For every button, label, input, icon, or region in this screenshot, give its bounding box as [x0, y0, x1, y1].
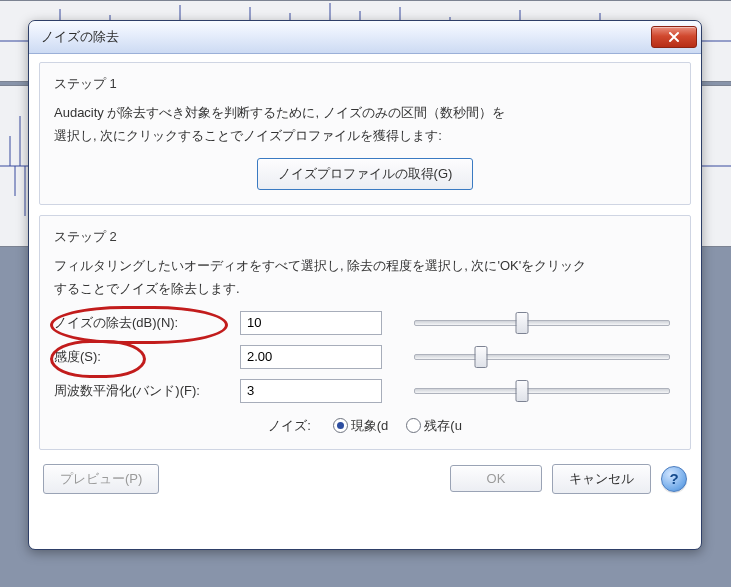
noise-removal-dialog: ノイズの除去 ステップ 1 Audacity が除去すべき対象を判断するために,… [28, 20, 702, 550]
step2-description: フィルタリングしたいオーディオをすべて選択し, 除去の程度を選択し, 次に'OK… [54, 254, 676, 301]
get-noise-profile-button[interactable]: ノイズプロファイルの取得(G) [257, 158, 474, 190]
radio-dot-icon [406, 418, 421, 433]
titlebar: ノイズの除去 [29, 21, 701, 54]
noise-removal-slider[interactable] [414, 312, 670, 334]
noise-mode-label: ノイズ: [268, 417, 311, 435]
noise-removal-input[interactable] [240, 311, 382, 335]
param-noise-removal-row: ノイズの除去(dB)(N): [54, 311, 676, 335]
radio-dot-icon [333, 418, 348, 433]
step1-label: ステップ 1 [54, 75, 676, 93]
param-smoothing-row: 周波数平滑化(バンド)(F): [54, 379, 676, 403]
dialog-title: ノイズの除去 [41, 28, 119, 46]
dialog-button-row: プレビュー(P) OK キャンセル ? [39, 460, 691, 496]
radio-phenomenon[interactable]: 現象(d [333, 417, 389, 435]
step2-group: ステップ 2 フィルタリングしたいオーディオをすべて選択し, 除去の程度を選択し… [39, 215, 691, 450]
smoothing-input[interactable] [240, 379, 382, 403]
help-icon: ? [669, 470, 678, 487]
cancel-button[interactable]: キャンセル [552, 464, 651, 494]
param-noise-removal-label: ノイズの除去(dB)(N): [54, 314, 240, 332]
param-sensitivity-label: 感度(S): [54, 348, 240, 366]
step1-group: ステップ 1 Audacity が除去すべき対象を判断するために, ノイズのみの… [39, 62, 691, 205]
help-button[interactable]: ? [661, 466, 687, 492]
window-close-button[interactable] [651, 26, 697, 48]
param-smoothing-label: 周波数平滑化(バンド)(F): [54, 382, 240, 400]
step1-description: Audacity が除去すべき対象を判断するために, ノイズのみの区間（数秒間）… [54, 101, 676, 148]
preview-button[interactable]: プレビュー(P) [43, 464, 159, 494]
close-icon [668, 31, 680, 43]
param-sensitivity-row: 感度(S): [54, 345, 676, 369]
radio-residual[interactable]: 残存(u [406, 417, 462, 435]
sensitivity-slider[interactable] [414, 346, 670, 368]
ok-button[interactable]: OK [450, 465, 542, 492]
step2-label: ステップ 2 [54, 228, 676, 246]
smoothing-slider[interactable] [414, 380, 670, 402]
noise-mode-row: ノイズ: 現象(d 残存(u [54, 417, 676, 435]
sensitivity-input[interactable] [240, 345, 382, 369]
